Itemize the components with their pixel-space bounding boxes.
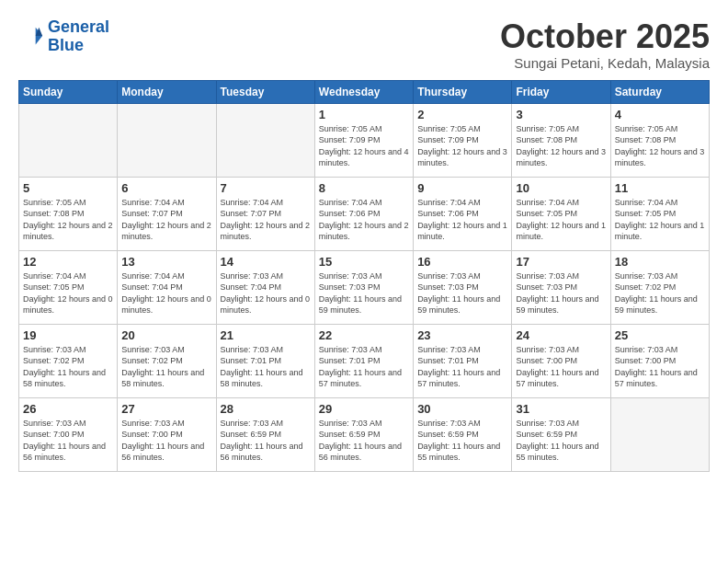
day-info: Sunrise: 7:03 AM Sunset: 6:59 PM Dayligh… [417, 418, 507, 464]
day-number: 24 [516, 328, 606, 342]
day-info: Sunrise: 7:03 AM Sunset: 7:00 PM Dayligh… [615, 344, 705, 390]
day-header-wednesday: Wednesday [314, 80, 413, 103]
calendar-cell: 12Sunrise: 7:04 AM Sunset: 7:05 PM Dayli… [19, 250, 118, 324]
calendar-cell: 4Sunrise: 7:05 AM Sunset: 7:08 PM Daylig… [610, 103, 709, 177]
day-number: 27 [121, 402, 211, 416]
calendar-week-4: 19Sunrise: 7:03 AM Sunset: 7:02 PM Dayli… [19, 324, 710, 397]
calendar-cell: 16Sunrise: 7:03 AM Sunset: 7:03 PM Dayli… [414, 250, 512, 324]
day-info: Sunrise: 7:04 AM Sunset: 7:07 PM Dayligh… [121, 197, 211, 243]
day-info: Sunrise: 7:05 AM Sunset: 7:08 PM Dayligh… [615, 123, 705, 169]
logo-icon [18, 24, 44, 50]
day-info: Sunrise: 7:03 AM Sunset: 7:03 PM Dayligh… [516, 270, 606, 316]
day-number: 29 [319, 402, 409, 416]
month-title: October 2025 [500, 18, 710, 55]
calendar-cell [19, 103, 118, 177]
day-header-tuesday: Tuesday [216, 80, 314, 103]
calendar-cell: 30Sunrise: 7:03 AM Sunset: 6:59 PM Dayli… [414, 397, 512, 471]
day-info: Sunrise: 7:04 AM Sunset: 7:06 PM Dayligh… [417, 197, 507, 243]
calendar-cell: 11Sunrise: 7:04 AM Sunset: 7:05 PM Dayli… [610, 177, 709, 250]
subtitle: Sungai Petani, Kedah, Malaysia [500, 55, 710, 71]
day-number: 8 [319, 181, 409, 195]
day-number: 5 [23, 181, 113, 195]
day-info: Sunrise: 7:04 AM Sunset: 7:05 PM Dayligh… [23, 270, 113, 316]
day-number: 9 [417, 181, 507, 195]
day-number: 26 [23, 402, 113, 416]
calendar-cell [610, 397, 709, 471]
day-header-thursday: Thursday [414, 80, 512, 103]
day-number: 30 [417, 402, 507, 416]
day-number: 14 [221, 255, 311, 269]
calendar-cell: 15Sunrise: 7:03 AM Sunset: 7:03 PM Dayli… [314, 250, 413, 324]
day-number: 10 [516, 181, 606, 195]
day-number: 2 [417, 108, 507, 121]
day-number: 31 [516, 402, 606, 416]
day-info: Sunrise: 7:03 AM Sunset: 7:00 PM Dayligh… [23, 418, 113, 464]
day-info: Sunrise: 7:03 AM Sunset: 6:59 PM Dayligh… [319, 418, 409, 464]
calendar-cell: 26Sunrise: 7:03 AM Sunset: 7:00 PM Dayli… [19, 397, 118, 471]
day-number: 19 [23, 328, 113, 342]
calendar-week-5: 26Sunrise: 7:03 AM Sunset: 7:00 PM Dayli… [19, 397, 710, 471]
calendar-cell: 8Sunrise: 7:04 AM Sunset: 7:06 PM Daylig… [314, 177, 413, 250]
day-number: 1 [319, 108, 409, 121]
day-header-saturday: Saturday [610, 80, 709, 103]
calendar-week-2: 5Sunrise: 7:05 AM Sunset: 7:08 PM Daylig… [19, 177, 710, 250]
day-number: 11 [615, 181, 705, 195]
calendar-cell [118, 103, 216, 177]
calendar-cell: 29Sunrise: 7:03 AM Sunset: 6:59 PM Dayli… [314, 397, 413, 471]
day-number: 17 [516, 255, 606, 269]
calendar-cell: 7Sunrise: 7:04 AM Sunset: 7:07 PM Daylig… [216, 177, 314, 250]
calendar-cell: 21Sunrise: 7:03 AM Sunset: 7:01 PM Dayli… [216, 324, 314, 397]
day-info: Sunrise: 7:04 AM Sunset: 7:05 PM Dayligh… [615, 197, 705, 243]
header: General Blue October 2025 Sungai Petani,… [18, 18, 710, 71]
calendar-cell: 3Sunrise: 7:05 AM Sunset: 7:08 PM Daylig… [512, 103, 610, 177]
day-info: Sunrise: 7:03 AM Sunset: 7:02 PM Dayligh… [23, 344, 113, 390]
day-info: Sunrise: 7:05 AM Sunset: 7:08 PM Dayligh… [23, 197, 113, 243]
logo-line2: Blue [48, 36, 84, 54]
day-number: 16 [417, 255, 507, 269]
title-block: October 2025 Sungai Petani, Kedah, Malay… [500, 18, 710, 71]
day-info: Sunrise: 7:03 AM Sunset: 7:03 PM Dayligh… [417, 270, 507, 316]
day-number: 3 [516, 108, 606, 121]
day-info: Sunrise: 7:03 AM Sunset: 7:01 PM Dayligh… [417, 344, 507, 390]
day-number: 4 [615, 108, 705, 121]
calendar-cell: 19Sunrise: 7:03 AM Sunset: 7:02 PM Dayli… [19, 324, 118, 397]
day-info: Sunrise: 7:03 AM Sunset: 7:04 PM Dayligh… [221, 270, 311, 316]
day-number: 23 [417, 328, 507, 342]
calendar-cell: 20Sunrise: 7:03 AM Sunset: 7:02 PM Dayli… [118, 324, 216, 397]
calendar-week-3: 12Sunrise: 7:04 AM Sunset: 7:05 PM Dayli… [19, 250, 710, 324]
calendar-cell: 18Sunrise: 7:03 AM Sunset: 7:02 PM Dayli… [610, 250, 709, 324]
day-header-monday: Monday [118, 80, 216, 103]
logo-text: General Blue [48, 18, 109, 55]
day-info: Sunrise: 7:03 AM Sunset: 6:59 PM Dayligh… [516, 418, 606, 464]
calendar-cell: 14Sunrise: 7:03 AM Sunset: 7:04 PM Dayli… [216, 250, 314, 324]
calendar-cell: 25Sunrise: 7:03 AM Sunset: 7:00 PM Dayli… [610, 324, 709, 397]
day-number: 28 [221, 402, 311, 416]
day-info: Sunrise: 7:03 AM Sunset: 7:02 PM Dayligh… [121, 344, 211, 390]
day-info: Sunrise: 7:04 AM Sunset: 7:05 PM Dayligh… [516, 197, 606, 243]
day-info: Sunrise: 7:05 AM Sunset: 7:08 PM Dayligh… [516, 123, 606, 169]
day-number: 20 [121, 328, 211, 342]
day-number: 22 [319, 328, 409, 342]
day-info: Sunrise: 7:03 AM Sunset: 7:00 PM Dayligh… [121, 418, 211, 464]
calendar-cell: 9Sunrise: 7:04 AM Sunset: 7:06 PM Daylig… [414, 177, 512, 250]
logo-line1: General [48, 17, 109, 36]
day-info: Sunrise: 7:04 AM Sunset: 7:06 PM Dayligh… [319, 197, 409, 243]
day-info: Sunrise: 7:03 AM Sunset: 7:01 PM Dayligh… [319, 344, 409, 390]
day-info: Sunrise: 7:03 AM Sunset: 7:00 PM Dayligh… [516, 344, 606, 390]
calendar-header-row: SundayMondayTuesdayWednesdayThursdayFrid… [19, 80, 710, 103]
day-info: Sunrise: 7:03 AM Sunset: 7:01 PM Dayligh… [221, 344, 311, 390]
day-number: 15 [319, 255, 409, 269]
day-number: 18 [615, 255, 705, 269]
calendar-cell: 22Sunrise: 7:03 AM Sunset: 7:01 PM Dayli… [314, 324, 413, 397]
calendar-week-1: 1Sunrise: 7:05 AM Sunset: 7:09 PM Daylig… [19, 103, 710, 177]
logo: General Blue [18, 18, 109, 55]
day-info: Sunrise: 7:03 AM Sunset: 6:59 PM Dayligh… [221, 418, 311, 464]
day-info: Sunrise: 7:04 AM Sunset: 7:07 PM Dayligh… [221, 197, 311, 243]
calendar-cell: 2Sunrise: 7:05 AM Sunset: 7:09 PM Daylig… [414, 103, 512, 177]
day-info: Sunrise: 7:04 AM Sunset: 7:04 PM Dayligh… [121, 270, 211, 316]
calendar-cell: 28Sunrise: 7:03 AM Sunset: 6:59 PM Dayli… [216, 397, 314, 471]
day-number: 12 [23, 255, 113, 269]
day-info: Sunrise: 7:05 AM Sunset: 7:09 PM Dayligh… [417, 123, 507, 169]
calendar-cell: 23Sunrise: 7:03 AM Sunset: 7:01 PM Dayli… [414, 324, 512, 397]
day-number: 21 [221, 328, 311, 342]
